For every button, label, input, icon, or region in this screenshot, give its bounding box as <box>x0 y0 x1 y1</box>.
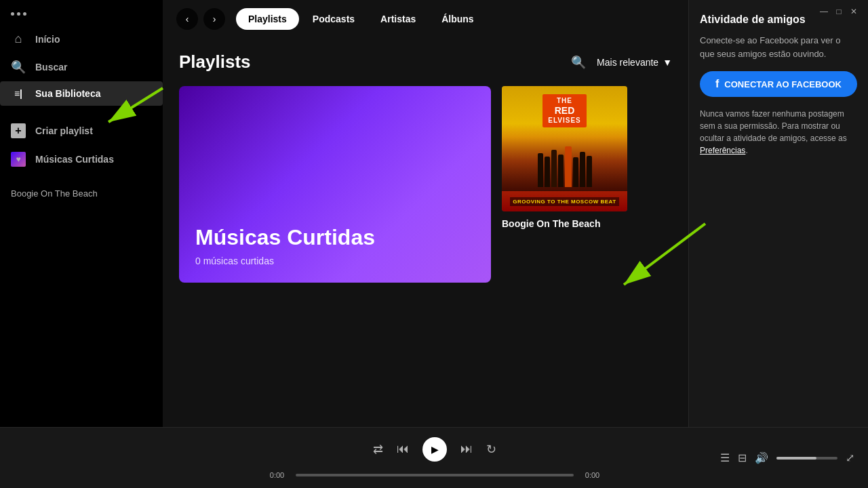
friends-note: Nunca vamos fazer nenhuma postagem sem a… <box>700 108 857 157</box>
maximize-button[interactable]: □ <box>834 7 844 16</box>
dot3 <box>23 12 26 16</box>
titlebar: — □ ✕ <box>810 0 868 23</box>
tab-podcasts[interactable]: Podcasts <box>300 8 367 30</box>
devices-button[interactable]: ⊟ <box>738 451 747 464</box>
sidebar: ⌂ Início 🔍 Buscar ≡| Sua Biblioteca + Cr… <box>0 0 163 427</box>
heart-icon: ♥ <box>11 152 26 167</box>
sidebar-item-buscar[interactable]: 🔍 Buscar <box>0 53 163 81</box>
facebook-btn-label: CONECTAR AO FACEBOOK <box>724 79 842 89</box>
top-nav: ‹ › Playlists Podcasts Artistas Álbuns <box>163 0 688 38</box>
main-content: ‹ › Playlists Podcasts Artistas Álbuns P… <box>163 0 688 427</box>
home-icon: ⌂ <box>11 32 26 46</box>
sidebar-divider2 <box>0 174 163 184</box>
minimize-button[interactable]: — <box>819 7 829 16</box>
repeat-button[interactable]: ↻ <box>486 442 496 457</box>
search-icon: 🔍 <box>11 60 26 75</box>
page-header: Playlists 🔍 Mais relevante ▼ <box>179 52 672 73</box>
play-pause-button[interactable]: ▶ <box>422 437 447 462</box>
previous-button[interactable]: ⏮ <box>397 442 409 456</box>
band-title-block: THE RED ELVISES <box>542 94 587 127</box>
right-panel: Atividade de amigos Conecte-se ao Facebo… <box>688 0 868 427</box>
liked-songs-subtitle: 0 músicas curtidas <box>195 256 475 266</box>
volume-button[interactable]: 🔊 <box>755 451 768 464</box>
album-art-red-elvises: THE RED ELVISES <box>502 86 627 211</box>
close-button[interactable]: ✕ <box>849 7 859 16</box>
next-button[interactable]: ⏭ <box>460 442 473 456</box>
playlist-card-boogie[interactable]: THE RED ELVISES <box>502 86 631 283</box>
sidebar-playlist-boogie[interactable]: Boogie On The Beach <box>0 184 163 203</box>
progress-row: 0:00 0:00 <box>265 471 604 479</box>
forward-button[interactable]: › <box>203 8 225 30</box>
criar-playlist-label: Criar playlist <box>35 125 93 136</box>
app-body: ⌂ Início 🔍 Buscar ≡| Sua Biblioteca + Cr… <box>0 0 868 427</box>
player-progress: ⇄ ⏮ ▶ ⏭ ↻ 0:00 0:00 <box>149 437 720 479</box>
progress-bar[interactable] <box>296 474 574 476</box>
friends-description: Conecte-se ao Facebook para ver o que se… <box>700 34 857 60</box>
search-icon-btn[interactable]: 🔍 <box>571 55 586 70</box>
sidebar-dots <box>0 5 163 25</box>
musicas-curtidas-label: Músicas Curtidas <box>35 154 114 165</box>
chevron-down-icon: ▼ <box>663 57 672 68</box>
tab-albuns[interactable]: Álbuns <box>429 8 486 30</box>
playlist-grid: Músicas Curtidas 0 músicas curtidas THE … <box>179 86 672 283</box>
sidebar-divider <box>0 106 163 117</box>
sort-label: Mais relevante <box>597 57 658 68</box>
tab-playlists[interactable]: Playlists <box>236 8 299 30</box>
playlist-card-title: Boogie On The Beach <box>502 218 631 229</box>
queue-button[interactable]: ☰ <box>720 451 730 464</box>
album-art-silhouette <box>502 137 627 191</box>
sidebar-item-label: Sua Biblioteca <box>35 88 100 99</box>
liked-songs-title: Músicas Curtidas <box>195 225 475 250</box>
album-bottom-text: GROOVING TO THE MOSCOW BEAT <box>510 197 618 206</box>
connect-facebook-button[interactable]: f CONECTAR AO FACEBOOK <box>700 71 857 97</box>
add-icon: + <box>11 123 26 138</box>
fullscreen-button[interactable]: ⤢ <box>846 451 854 464</box>
shuffle-button[interactable]: ⇄ <box>373 442 383 457</box>
nav-tabs: Playlists Podcasts Artistas Álbuns <box>236 8 486 30</box>
player-bar: ⇄ ⏮ ▶ ⏭ ↻ 0:00 0:00 ☰ ⊟ 🔊 ⤢ <box>0 427 868 488</box>
dot1 <box>11 12 14 16</box>
band-line1: THE <box>548 97 581 105</box>
player-right: ☰ ⊟ 🔊 ⤢ <box>720 451 854 464</box>
player-controls: ⇄ ⏮ ▶ ⏭ ↻ <box>373 437 496 462</box>
sort-button[interactable]: Mais relevante ▼ <box>597 57 672 68</box>
playlist-card-image: THE RED ELVISES <box>502 86 627 211</box>
sidebar-item-biblioteca[interactable]: ≡| Sua Biblioteca <box>0 81 163 106</box>
page-title: Playlists <box>179 52 251 73</box>
silhouette-figures <box>538 146 592 187</box>
header-right: 🔍 Mais relevante ▼ <box>571 55 672 70</box>
liked-songs-card[interactable]: Músicas Curtidas 0 músicas curtidas <box>179 86 491 283</box>
tab-artistas[interactable]: Artistas <box>368 8 428 30</box>
current-time: 0:00 <box>265 471 289 479</box>
sidebar-item-musicas-curtidas[interactable]: ♥ Músicas Curtidas <box>0 145 163 174</box>
band-line2: RED <box>548 105 581 117</box>
preferences-link[interactable]: Preferências <box>700 146 745 155</box>
sidebar-item-inicio[interactable]: ⌂ Início <box>0 25 163 53</box>
volume-fill <box>776 457 816 460</box>
facebook-icon: f <box>715 78 719 90</box>
volume-bar[interactable] <box>776 457 837 460</box>
total-time: 0:00 <box>580 471 604 479</box>
page-content: Playlists 🔍 Mais relevante ▼ Músicas Cur… <box>163 38 688 427</box>
dot2 <box>17 12 20 16</box>
sidebar-item-criar-playlist[interactable]: + Criar playlist <box>0 117 163 145</box>
sidebar-item-label: Início <box>35 34 60 45</box>
band-line3: ELVISES <box>548 117 581 125</box>
back-button[interactable]: ‹ <box>176 8 198 30</box>
library-icon: ≡| <box>11 88 26 99</box>
sidebar-item-label: Buscar <box>35 62 67 73</box>
